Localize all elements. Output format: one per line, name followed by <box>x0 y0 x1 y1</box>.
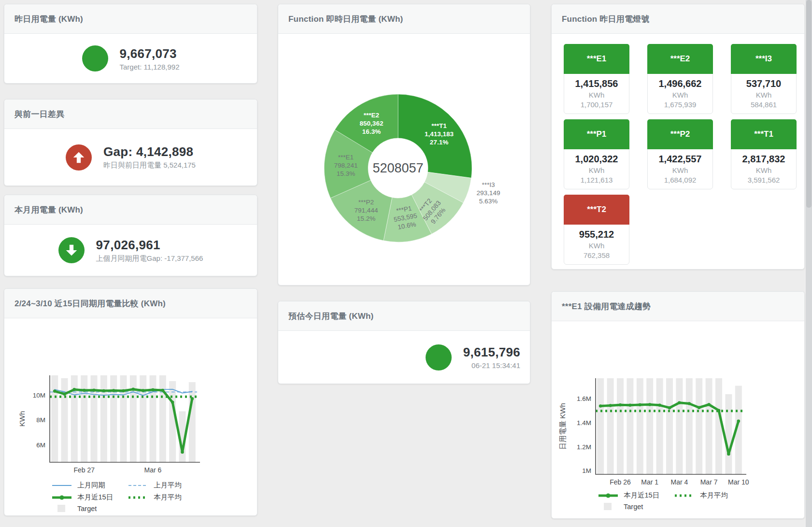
target-bar <box>637 378 643 474</box>
status-circle-icon <box>426 344 452 370</box>
estimate-value: 9,615,796 <box>463 345 520 360</box>
data-point <box>737 419 741 423</box>
card-estimate-body: 9,615,796 06-21 15:34:41 <box>278 331 530 384</box>
data-point <box>181 451 184 454</box>
estimate-timestamp: 06-21 15:34:41 <box>471 361 520 370</box>
vertical-scrollbar[interactable] <box>806 0 812 527</box>
target-bar <box>686 378 693 474</box>
light-tile-E2: ***E21,496,662KWh1,675,939 <box>647 44 713 114</box>
target-bar <box>656 378 663 474</box>
month-gap-subtext: 上個月同期用電Gap: -17,377,566 <box>96 254 203 263</box>
legend-label: 本月平均 <box>700 491 728 500</box>
light-tile-P1: ***P11,020,322KWh1,121,613 <box>564 119 629 189</box>
target-bar <box>725 394 732 474</box>
target-bar <box>91 375 98 462</box>
tile-header: ***T1 <box>731 119 797 149</box>
target-bar <box>159 375 166 462</box>
target-bar <box>646 378 653 474</box>
x-tick-label: Feb 26 <box>610 478 631 486</box>
card-title-text: ***E1 設備用電達成趨勢 <box>562 301 651 312</box>
card-lights: Function 昨日用電燈號 ***E11,415,856KWh1,700,1… <box>551 4 805 270</box>
data-point <box>619 403 622 407</box>
light-tile-I3: ***I3537,710KWh584,861 <box>731 44 797 114</box>
card-gap-title: 與前一日差異 <box>4 100 257 129</box>
card-title-text: Function 昨日用電燈號 <box>562 14 649 25</box>
target-bar <box>617 378 624 474</box>
x-tick-label: Feb 27 <box>73 466 95 474</box>
tile-value: 537,710 <box>731 78 796 89</box>
y-axis-label: KWh <box>18 411 26 427</box>
legend-item: 本月平均 <box>674 491 804 500</box>
tile-unit: KWh <box>731 166 796 174</box>
card-title-text: Function 即時日用電量 (KWh) <box>288 14 403 25</box>
data-point <box>628 404 632 407</box>
target-bar <box>61 378 68 462</box>
target-bar <box>627 378 633 474</box>
legend-item: 本月近15日 <box>598 491 674 500</box>
target-bar <box>100 375 107 462</box>
compare-chart-svg: 6M8M10MFeb 27Mar 6KWh <box>4 318 257 478</box>
legend-label: 上月同期 <box>77 481 105 490</box>
tile-value: 1,415,856 <box>564 78 629 89</box>
data-point <box>171 401 174 404</box>
tile-unit: KWh <box>648 166 712 174</box>
y-tick-label: 6M <box>36 442 45 449</box>
tile-unit: KWh <box>731 91 796 99</box>
trend-chart-area: 1M1.2M1.4M1.6MFeb 26Mar 1Mar 4Mar 7Mar 1… <box>552 321 804 518</box>
x-tick-label: Mar 1 <box>641 478 658 486</box>
legend-label: Target <box>624 503 643 511</box>
x-tick-label: Mar 4 <box>671 478 688 486</box>
card-month-body: 97,026,961 上個月同期用電Gap: -17,377,566 <box>4 225 257 276</box>
tile-unit: KWh <box>564 242 629 250</box>
target-bar <box>169 381 176 462</box>
tile-target-value: 1,675,939 <box>648 100 712 109</box>
data-point <box>73 388 76 391</box>
card-realtime-donut: Function 即時日用電量 (KWh) ***T11,413,18327.1… <box>278 4 530 285</box>
light-tile-P2: ***P21,422,557KWh1,684,092 <box>647 119 713 189</box>
tile-unit: KWh <box>648 91 712 99</box>
target-bar <box>607 378 614 474</box>
data-point <box>53 390 57 393</box>
data-point <box>63 392 66 396</box>
svg-text:***I3293,1495.63%: ***I3293,1495.63% <box>477 181 500 205</box>
tile-value: 2,817,832 <box>731 154 796 165</box>
data-point <box>92 388 96 392</box>
y-tick-label: 10M <box>33 392 45 399</box>
tile-unit: KWh <box>564 166 629 174</box>
arrow-down-icon <box>58 237 85 263</box>
donut-chart-area: ***T11,413,18327.1%***I3293,1495.63%***T… <box>278 34 530 285</box>
data-point <box>648 403 652 406</box>
y-tick-label: 8M <box>36 416 45 424</box>
legend-swatch-square-gray <box>51 505 72 513</box>
yesterday-value: 9,667,073 <box>120 46 180 61</box>
target-bar <box>666 378 673 474</box>
tile-value: 1,020,322 <box>564 154 629 165</box>
tile-target-value: 1,121,613 <box>564 176 629 184</box>
tile-target-value: 3,591,562 <box>731 176 796 184</box>
tile-unit: KWh <box>564 91 629 99</box>
legend-label: 本月近15日 <box>77 493 113 502</box>
tile-header: ***T2 <box>564 195 629 225</box>
data-point <box>609 404 612 407</box>
data-point <box>678 401 681 405</box>
data-point <box>688 402 691 405</box>
x-tick-label: Mar 10 <box>728 478 749 486</box>
legend-swatch-dash-blue <box>128 482 149 489</box>
card-yesterday-usage: 昨日用電量 (KWh) 9,667,073 Target: 11,128,992 <box>4 4 257 84</box>
donut-center-total: 5208057 <box>372 161 423 175</box>
compare-chart-area: 6M8M10MFeb 27Mar 6KWh 上月同期上月平均本月近15日本月平均… <box>4 318 257 515</box>
data-point <box>639 403 642 407</box>
scrollbar-thumb[interactable] <box>806 0 812 208</box>
light-tile-T1: ***T12,817,832KWh3,591,562 <box>731 119 797 189</box>
target-bar <box>81 375 87 462</box>
light-tile-E1: ***E11,415,856KWh1,700,157 <box>564 44 629 114</box>
legend-label: 本月平均 <box>154 493 182 502</box>
legend-item: 上月平均 <box>128 481 257 490</box>
data-point <box>707 403 711 406</box>
card-trend-chart: ***E1 設備用電達成趨勢 1M1.2M1.4M1.6MFeb 26Mar 1… <box>551 291 805 519</box>
compare-chart-legend: 上月同期上月平均本月近15日本月平均Target <box>51 481 257 513</box>
tile-value: 1,496,662 <box>648 78 712 89</box>
card-trend-title: ***E1 設備用電達成趨勢 <box>552 292 804 321</box>
tile-target-value: 1,684,092 <box>648 176 712 184</box>
y-tick-label: 1M <box>582 467 591 474</box>
